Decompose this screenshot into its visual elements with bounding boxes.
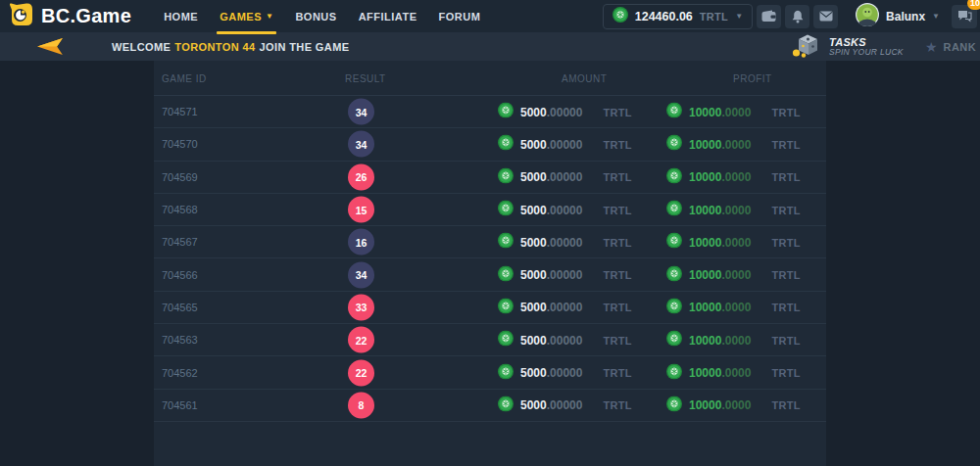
amount-cell: 5000.00000 TRTL — [498, 135, 632, 154]
amount-currency: TRTL — [603, 399, 631, 411]
trtl-coin-icon — [612, 7, 628, 26]
announcement-plane-icon — [35, 36, 64, 57]
amount-currency: TRTL — [603, 106, 631, 117]
game-id: 704569 — [162, 171, 198, 183]
user-menu[interactable]: Balunx ▼ — [856, 3, 940, 30]
brand[interactable]: BC.Game — [8, 1, 131, 31]
amount-currency: TRTL — [603, 204, 631, 215]
amount-cell: 5000.00000 TRTL — [498, 167, 632, 186]
chat-unread-badge: 10 — [967, 0, 980, 10]
chat-button[interactable]: 10 — [952, 5, 977, 28]
trtl-coin-icon — [666, 201, 682, 219]
tasks-subtitle: SPIN YOUR LUCK — [829, 48, 904, 57]
trtl-coin-icon — [666, 135, 682, 154]
result-badge: 33 — [348, 294, 374, 320]
table-row[interactable]: 704562 22 5000.00000 TRTL — [154, 356, 826, 389]
trtl-coin-icon — [498, 135, 514, 154]
chat-icon — [957, 10, 972, 23]
star-icon: ★ — [925, 40, 938, 54]
game-id: 704570 — [162, 138, 198, 150]
amount-cell: 5000.00000 TRTL — [498, 103, 632, 121]
profit-currency: TRTL — [771, 367, 800, 379]
trtl-coin-icon — [498, 265, 514, 284]
main-content: GAME ID RESULT AMOUNT PROFIT 704571 34 5… — [0, 61, 980, 466]
welcome-message: WELCOMETORONTON 44JOIN THE GAME — [112, 41, 353, 53]
welcome-username: TORONTON 44 — [174, 41, 255, 53]
amount-cell: 5000.00000 TRTL — [498, 298, 632, 316]
navbar-right: 124460.06 TRTL ▼ — [603, 3, 980, 30]
amount-cell: 5000.00000 TRTL — [498, 201, 632, 219]
game-id: 704567 — [162, 236, 198, 248]
trtl-coin-icon — [666, 363, 682, 382]
trtl-coin-icon — [498, 298, 514, 316]
trtl-coin-icon — [666, 396, 682, 414]
trtl-coin-icon — [498, 363, 514, 382]
amount-currency: TRTL — [603, 138, 631, 150]
amount-cell: 5000.00000 TRTL — [498, 265, 632, 284]
profit-currency: TRTL — [771, 236, 800, 248]
nav-item-forum[interactable]: FORUM — [428, 0, 492, 32]
profit-cell: 10000.0000 TRTL — [666, 233, 801, 252]
profit-cell: 10000.0000 TRTL — [666, 363, 801, 382]
profit-cell: 10000.0000 TRTL — [666, 201, 801, 219]
chevron-down-icon: ▼ — [932, 12, 940, 21]
table-body: 704571 34 5000.00000 TRTL — [154, 96, 826, 422]
avatar — [856, 3, 879, 30]
amount-cell: 5000.00000 TRTL — [498, 233, 632, 252]
bets-table: GAME ID RESULT AMOUNT PROFIT 704571 34 5… — [154, 61, 826, 466]
wallet-button[interactable] — [757, 5, 781, 28]
amount-currency: TRTL — [603, 367, 631, 379]
amount-currency: TRTL — [603, 269, 631, 281]
table-row[interactable]: 704566 34 5000.00000 TRTL — [154, 258, 826, 291]
announcement-banner: WELCOMETORONTON 44JOIN THE GAME TASKS SP… — [0, 32, 980, 61]
tasks-shortcut[interactable]: TASKS SPIN YOUR LUCK — [790, 32, 904, 61]
table-row[interactable]: 704563 22 5000.00000 TRTL — [154, 324, 826, 356]
result-badge: 8 — [348, 392, 374, 418]
trtl-coin-icon — [666, 298, 682, 316]
profit-currency: TRTL — [771, 138, 800, 150]
trtl-coin-icon — [498, 103, 514, 121]
trtl-coin-icon — [498, 396, 514, 414]
profit-currency: TRTL — [771, 399, 800, 411]
table-row[interactable]: 704571 34 5000.00000 TRTL — [154, 96, 826, 128]
column-header-result: RESULT — [345, 72, 386, 83]
table-row[interactable]: 704570 34 5000.00000 TRTL — [154, 128, 826, 161]
nav-item-bonus[interactable]: BONUS — [284, 0, 347, 32]
amount-cell: 5000.00000 TRTL — [498, 331, 632, 350]
messages-button[interactable] — [813, 5, 838, 28]
profit-currency: TRTL — [771, 269, 800, 281]
amount-currency: TRTL — [603, 302, 631, 313]
nav-item-affiliate[interactable]: AFFILIATE — [348, 0, 428, 32]
nav-item-games[interactable]: GAMES▼ — [209, 0, 284, 32]
trtl-coin-icon — [666, 331, 682, 350]
table-row[interactable]: 704569 26 5000.00000 TRTL — [154, 162, 826, 194]
column-header-profit: PROFIT — [733, 72, 772, 83]
trtl-coin-icon — [498, 233, 514, 252]
user-name: Balunx — [886, 10, 925, 23]
nav-item-home[interactable]: HOME — [153, 0, 209, 32]
notifications-button[interactable] — [785, 5, 809, 28]
result-badge: 16 — [348, 229, 374, 256]
profit-cell: 10000.0000 TRTL — [666, 265, 801, 284]
top-navbar: BC.Game HOME GAMES▼ BONUS AFFILIATE FORU… — [0, 0, 980, 32]
balance-selector[interactable]: 124460.06 TRTL ▼ — [603, 4, 753, 29]
tasks-dice-icon — [790, 32, 820, 62]
table-row[interactable]: 704567 16 5000.00000 TRTL — [154, 226, 826, 258]
table-row[interactable]: 704568 15 5000.00000 TRTL — [154, 194, 826, 226]
result-badge: 34 — [348, 261, 374, 288]
rank-shortcut[interactable]: ★ RANK — [925, 32, 976, 61]
result-badge: 15 — [348, 197, 374, 223]
table-row[interactable]: 704565 33 5000.00000 TRTL — [154, 292, 826, 324]
result-badge: 26 — [348, 163, 374, 190]
rank-label: RANK — [944, 41, 976, 53]
main-nav: HOME GAMES▼ BONUS AFFILIATE FORUM — [153, 0, 491, 32]
table-row[interactable]: 704561 8 5000.00000 TRTL — [154, 390, 826, 422]
profit-cell: 10000.0000 TRTL — [666, 103, 801, 121]
trtl-coin-icon — [666, 265, 682, 284]
trtl-coin-icon — [666, 233, 682, 252]
trtl-coin-icon — [498, 167, 514, 186]
trtl-coin-icon — [498, 331, 514, 350]
game-id: 704561 — [162, 399, 198, 411]
balance-amount: 124460.06 — [635, 10, 693, 23]
brand-name: BC.Game — [41, 5, 131, 27]
